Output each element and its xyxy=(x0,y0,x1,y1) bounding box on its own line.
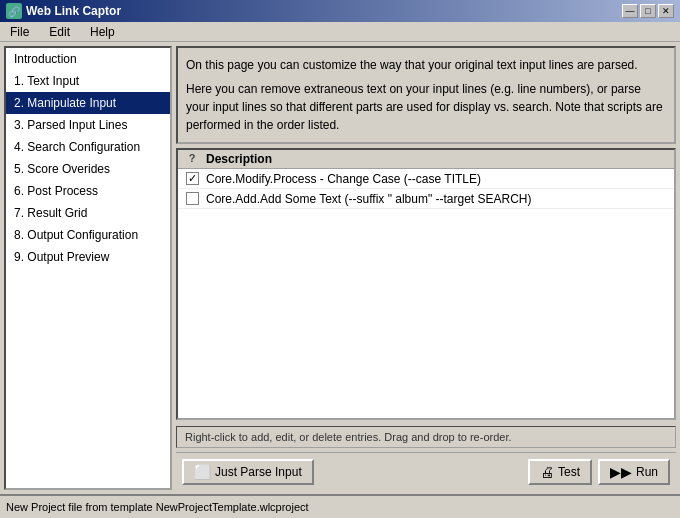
just-parse-label: Just Parse Input xyxy=(215,465,302,479)
sidebar-item-manipulate-input[interactable]: 2. Manipulate Input xyxy=(6,92,170,114)
app-icon-glyph: 🔗 xyxy=(8,6,20,17)
test-button[interactable]: 🖨 Test xyxy=(528,459,592,485)
row-1-text: Core.Add.Add Some Text (--suffix " album… xyxy=(202,192,670,206)
run-button[interactable]: ▶▶ Run xyxy=(598,459,670,485)
run-icon: ▶▶ xyxy=(610,464,632,480)
content-area: On this page you can customize the way t… xyxy=(176,46,676,490)
sidebar-item-text-input[interactable]: 1. Text Input xyxy=(6,70,170,92)
table-col-help: ? xyxy=(182,152,202,166)
menu-file[interactable]: File xyxy=(4,24,35,40)
close-button[interactable]: ✕ xyxy=(658,4,674,18)
title-bar-controls: — □ ✕ xyxy=(622,4,674,18)
title-bar: 🔗 Web Link Captor — □ ✕ xyxy=(0,0,680,22)
table-col-description: Description xyxy=(202,152,670,166)
sidebar-item-output-configuration[interactable]: 8. Output Configuration xyxy=(6,224,170,246)
maximize-button[interactable]: □ xyxy=(640,4,656,18)
row-0-check-cell xyxy=(182,172,202,185)
drag-hint: Right-click to add, edit, or delete entr… xyxy=(176,426,676,448)
menu-help[interactable]: Help xyxy=(84,24,121,40)
menu-edit[interactable]: Edit xyxy=(43,24,76,40)
status-bar: New Project file from template NewProjec… xyxy=(0,494,680,518)
just-parse-input-button[interactable]: ⬜ Just Parse Input xyxy=(182,459,314,485)
bottom-toolbar: ⬜ Just Parse Input 🖨 Test ▶▶ Run xyxy=(176,452,676,490)
row-0-text: Core.Modify.Process - Change Case (--cas… xyxy=(202,172,670,186)
main-container: Introduction 1. Text Input 2. Manipulate… xyxy=(0,42,680,494)
test-label: Test xyxy=(558,465,580,479)
sidebar: Introduction 1. Text Input 2. Manipulate… xyxy=(4,46,172,490)
sidebar-item-search-configuration[interactable]: 4. Search Configuration xyxy=(6,136,170,158)
sidebar-item-output-preview[interactable]: 9. Output Preview xyxy=(6,246,170,268)
table-area: ? Description Core.Modify.Process - Chan… xyxy=(176,148,676,420)
sidebar-item-post-process[interactable]: 6. Post Process xyxy=(6,180,170,202)
sidebar-item-parsed-input-lines[interactable]: 3. Parsed Input Lines xyxy=(6,114,170,136)
table-row[interactable]: Core.Modify.Process - Change Case (--cas… xyxy=(178,169,674,189)
description-panel: On this page you can customize the way t… xyxy=(176,46,676,144)
description-line2: Here you can remove extraneous text on y… xyxy=(186,80,666,134)
row-1-checkbox[interactable] xyxy=(186,192,199,205)
window-title: Web Link Captor xyxy=(26,4,121,18)
sidebar-item-introduction[interactable]: Introduction xyxy=(6,48,170,70)
toolbar-right: 🖨 Test ▶▶ Run xyxy=(528,459,670,485)
test-icon: 🖨 xyxy=(540,464,554,480)
title-bar-left: 🔗 Web Link Captor xyxy=(6,3,121,19)
run-label: Run xyxy=(636,465,658,479)
row-1-check-cell xyxy=(182,192,202,205)
table-row[interactable]: Core.Add.Add Some Text (--suffix " album… xyxy=(178,189,674,209)
sidebar-item-result-grid[interactable]: 7. Result Grid xyxy=(6,202,170,224)
status-text: New Project file from template NewProjec… xyxy=(6,501,309,513)
row-0-checkbox[interactable] xyxy=(186,172,199,185)
just-parse-icon: ⬜ xyxy=(194,464,211,480)
app-icon: 🔗 xyxy=(6,3,22,19)
table-header: ? Description xyxy=(178,150,674,169)
menu-bar: File Edit Help xyxy=(0,22,680,42)
description-line1: On this page you can customize the way t… xyxy=(186,56,666,74)
minimize-button[interactable]: — xyxy=(622,4,638,18)
sidebar-item-score-overides[interactable]: 5. Score Overides xyxy=(6,158,170,180)
toolbar-left: ⬜ Just Parse Input xyxy=(182,459,314,485)
